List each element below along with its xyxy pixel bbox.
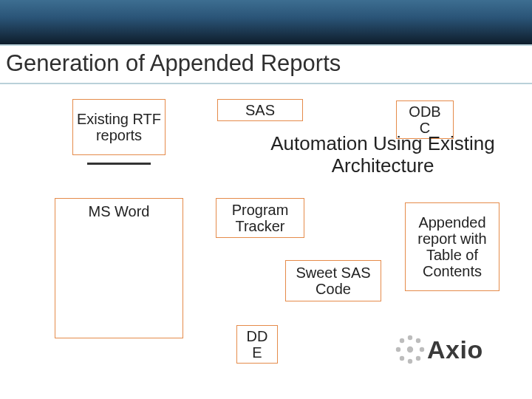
subtitle: Automation Using Existing Architecture [257, 133, 508, 177]
box-sweet-sas: Sweet SAS Code [285, 260, 381, 301]
page-title: Generation of Appended Reports [6, 50, 526, 77]
svg-point-5 [400, 356, 404, 361]
svg-point-0 [408, 335, 412, 340]
svg-point-2 [420, 347, 424, 352]
svg-point-7 [400, 338, 404, 343]
axio-logo-text: Axio [427, 335, 483, 364]
svg-point-8 [407, 347, 413, 352]
svg-point-6 [396, 347, 400, 352]
svg-point-1 [416, 338, 420, 343]
box-sas: SAS [217, 99, 303, 121]
title-bar: Generation of Appended Reports [0, 44, 532, 84]
box-ms-word: MS Word [55, 198, 183, 338]
header-band [0, 0, 532, 44]
box-dde: DD E [236, 325, 278, 364]
svg-point-4 [408, 359, 412, 364]
axio-logo-mark-icon [395, 334, 426, 365]
svg-point-3 [416, 356, 420, 361]
box-existing-rtf: Existing RTF reports [72, 99, 166, 155]
diagram-canvas: Existing RTF reports SAS ODB C Automatio… [0, 89, 532, 399]
connector-line [87, 163, 151, 165]
axio-logo: Axio [395, 334, 483, 365]
box-program-tracker: Program Tracker [216, 198, 304, 238]
box-appended-report: Appended report with Table of Contents [405, 202, 499, 291]
